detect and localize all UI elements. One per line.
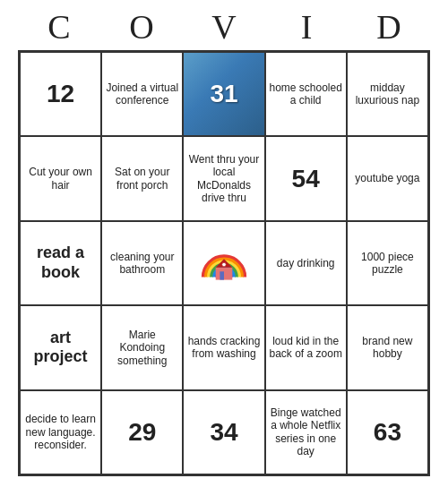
letter-i: I: [281, 7, 332, 47]
letter-o: O: [116, 7, 167, 47]
cell-r1c0: Cut your own hair: [20, 136, 101, 220]
cell-r0c2: 31: [183, 52, 264, 136]
svg-rect-3: [220, 271, 224, 279]
cell-r2c3: day drinking: [265, 221, 347, 305]
rainbow-icon: [196, 235, 252, 291]
bingo-title: C O V I D: [18, 0, 430, 50]
cell-r4c0: decide to learn new language. reconsider…: [20, 390, 101, 474]
letter-v: V: [199, 7, 249, 47]
cell-r4c2: 34: [183, 390, 264, 474]
cell-r1c3: 54: [265, 136, 347, 220]
cell-r1c4: youtube yoga: [347, 136, 428, 220]
cell-r3c3: loud kid in the back of a zoom: [265, 305, 347, 389]
cell-r0c4: midday luxurious nap: [347, 52, 428, 136]
cell-r0c3: home schooled a child: [265, 52, 347, 136]
cell-r2c1: cleaning your bathroom: [101, 221, 183, 305]
bingo-grid: 12 Joined a virtual conference 31 home s…: [18, 50, 430, 476]
letter-c: C: [34, 7, 84, 47]
cell-r0c1: Joined a virtual conference: [101, 52, 183, 136]
svg-point-4: [222, 262, 227, 267]
cell-r1c1: Sat on your front porch: [101, 136, 183, 220]
letter-d: D: [364, 7, 414, 47]
cell-r4c1: 29: [101, 390, 183, 474]
cell-r4c4: 63: [347, 390, 428, 474]
cell-r4c3: Binge watched a whole Netflix series in …: [265, 390, 347, 474]
cell-r2c0: read a book: [20, 221, 101, 305]
cell-r3c1: Marie Kondoing something: [101, 305, 183, 389]
cell-r1c2: Went thru your local McDonalds drive thr…: [183, 136, 264, 220]
cell-r3c0: art project: [20, 305, 101, 389]
cell-r0c0: 12: [20, 52, 101, 136]
cell-r2c4: 1000 piece puzzle: [347, 221, 428, 305]
cell-r3c4: brand new hobby: [347, 305, 428, 389]
cell-r2c2-free: [183, 221, 264, 305]
cell-r3c2: hands cracking from washing: [183, 305, 264, 389]
